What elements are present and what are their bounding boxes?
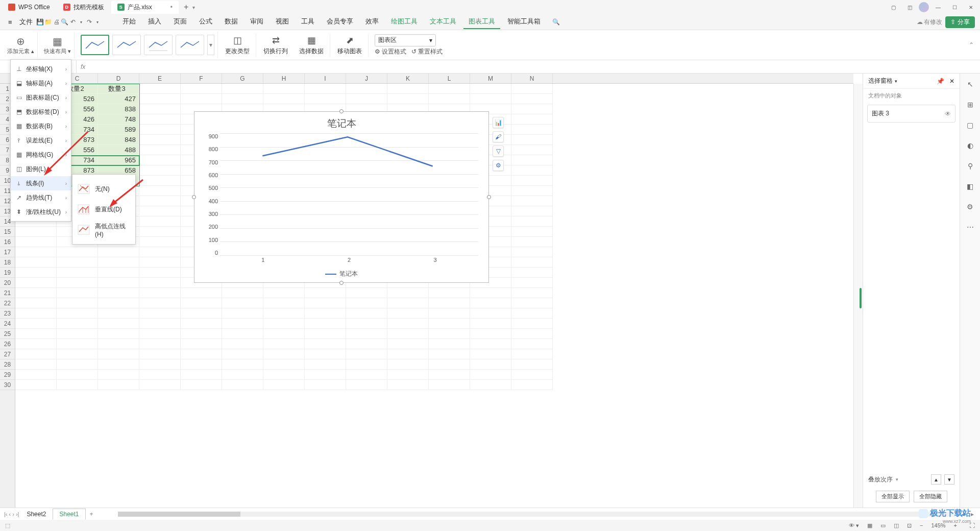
- reset-style-button[interactable]: ↺重置样式: [411, 47, 443, 56]
- col-header-N[interactable]: N: [511, 74, 553, 83]
- horizontal-scrollbar[interactable]: ◂▸: [118, 511, 976, 518]
- chart-styles-button[interactable]: 🖌: [493, 131, 504, 142]
- chart-filter-button[interactable]: ▽: [493, 146, 504, 157]
- cell[interactable]: [470, 370, 511, 380]
- cell[interactable]: [511, 339, 553, 349]
- chart-style-3[interactable]: [144, 35, 173, 55]
- menu-item-2[interactable]: ▭图表标题(C)›: [11, 90, 71, 105]
- chart-title[interactable]: 笔记本: [194, 112, 488, 133]
- cell[interactable]: [15, 288, 57, 298]
- cell[interactable]: [98, 339, 139, 349]
- cell[interactable]: [346, 308, 387, 319]
- cell[interactable]: [305, 339, 346, 349]
- cell[interactable]: [511, 145, 553, 155]
- row-header-29[interactable]: 29: [0, 370, 15, 380]
- menu-tab-6[interactable]: 视图: [271, 15, 294, 29]
- add-sheet-button[interactable]: +: [87, 511, 96, 518]
- cell[interactable]: [139, 278, 181, 288]
- cube-icon[interactable]: ◫: [902, 2, 917, 13]
- col-header-L[interactable]: L: [429, 74, 470, 83]
- cell[interactable]: [387, 329, 429, 339]
- cell[interactable]: [15, 247, 57, 257]
- cell[interactable]: [470, 339, 511, 349]
- cell[interactable]: [57, 247, 98, 257]
- cell[interactable]: [263, 308, 305, 319]
- cell[interactable]: [429, 94, 470, 104]
- cell[interactable]: [387, 319, 429, 329]
- cell[interactable]: [305, 349, 346, 359]
- cell[interactable]: [346, 359, 387, 370]
- fx-button[interactable]: fx: [77, 63, 89, 70]
- cell[interactable]: [511, 308, 553, 319]
- cell[interactable]: [346, 84, 387, 94]
- col-header-G[interactable]: G: [222, 74, 263, 83]
- ribbon-collapse-button[interactable]: ⌃: [967, 39, 976, 51]
- cell[interactable]: [222, 84, 263, 94]
- cell[interactable]: [511, 104, 553, 114]
- cell[interactable]: [346, 288, 387, 298]
- cell[interactable]: [15, 380, 57, 390]
- cell[interactable]: [511, 176, 553, 186]
- cell[interactable]: [429, 339, 470, 349]
- cell[interactable]: [181, 308, 222, 319]
- cell[interactable]: [98, 380, 139, 390]
- cell[interactable]: [139, 227, 181, 237]
- cell[interactable]: [139, 380, 181, 390]
- save-icon[interactable]: 💾: [37, 18, 44, 26]
- cell[interactable]: [346, 329, 387, 339]
- cell[interactable]: [511, 370, 553, 380]
- send-backward-button[interactable]: ▼: [944, 474, 954, 485]
- chart-elements-button[interactable]: 📊: [493, 117, 504, 128]
- menu-item-1[interactable]: ⬓轴标题(A)›: [11, 76, 71, 90]
- cell[interactable]: [15, 370, 57, 380]
- cell[interactable]: [511, 125, 553, 135]
- cell[interactable]: [511, 206, 553, 216]
- row-header-16[interactable]: 16: [0, 237, 15, 247]
- cell[interactable]: [15, 227, 57, 237]
- col-header-M[interactable]: M: [470, 74, 511, 83]
- search-icon[interactable]: 🔍: [553, 18, 560, 26]
- cell[interactable]: [429, 380, 470, 390]
- cell[interactable]: [57, 298, 98, 308]
- cell[interactable]: [57, 319, 98, 329]
- document-tab[interactable]: S 产品.xlsx •: [111, 1, 179, 14]
- row-header-30[interactable]: 30: [0, 380, 15, 390]
- cell[interactable]: [511, 268, 553, 278]
- cell[interactable]: [15, 359, 57, 370]
- cell[interactable]: [57, 308, 98, 319]
- hide-all-button[interactable]: 全部隐藏: [914, 491, 947, 502]
- row-header-24[interactable]: 24: [0, 319, 15, 329]
- show-all-button[interactable]: 全部显示: [876, 491, 910, 502]
- row-header-25[interactable]: 25: [0, 329, 15, 339]
- cell[interactable]: [222, 288, 263, 298]
- cell[interactable]: [429, 359, 470, 370]
- cell[interactable]: [511, 380, 553, 390]
- menu-tab-3[interactable]: 公式: [194, 15, 217, 29]
- chart-style-2[interactable]: [112, 35, 141, 55]
- row-header-20[interactable]: 20: [0, 278, 15, 288]
- cell[interactable]: [181, 370, 222, 380]
- resize-handle-left[interactable]: [192, 195, 196, 199]
- cell[interactable]: [387, 380, 429, 390]
- cell[interactable]: [305, 329, 346, 339]
- cell[interactable]: [15, 319, 57, 329]
- cell[interactable]: [511, 298, 553, 308]
- cell[interactable]: [346, 298, 387, 308]
- cell[interactable]: 748: [98, 114, 139, 125]
- tab-dropdown[interactable]: ▾: [192, 5, 195, 10]
- cell[interactable]: 838: [98, 104, 139, 114]
- row-header-18[interactable]: 18: [0, 257, 15, 268]
- cell[interactable]: [470, 288, 511, 298]
- cell[interactable]: [181, 329, 222, 339]
- close-button[interactable]: ✕: [964, 2, 978, 13]
- preview-icon[interactable]: 🔍: [61, 18, 68, 26]
- col-header-J[interactable]: J: [346, 74, 387, 83]
- cell[interactable]: [387, 94, 429, 104]
- cell[interactable]: [511, 278, 553, 288]
- cell[interactable]: [57, 268, 98, 278]
- cell[interactable]: [222, 380, 263, 390]
- cell[interactable]: [511, 257, 553, 268]
- bring-forward-button[interactable]: ▲: [931, 474, 941, 485]
- menu-tab-1[interactable]: 插入: [143, 15, 166, 29]
- resize-handle-bottom[interactable]: [339, 281, 344, 285]
